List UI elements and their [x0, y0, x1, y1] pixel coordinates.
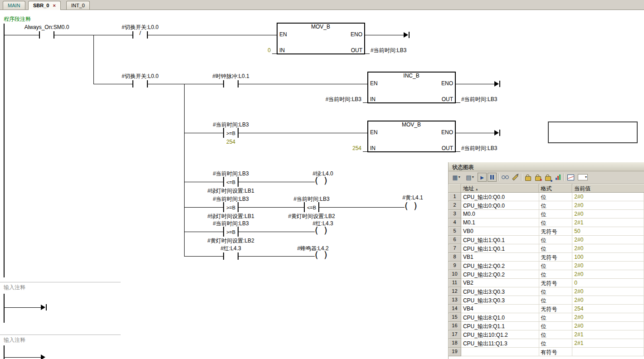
compare-operand1[interactable]: #当前时间:LB3 — [213, 196, 249, 202]
address-cell[interactable]: VB1 — [461, 253, 539, 262]
network-comment-placeholder[interactable]: 输入注释 — [4, 337, 25, 343]
coil-label[interactable]: #绿:L4.0 — [312, 171, 333, 177]
address-cell[interactable]: CPU_输出1:Q0.1 — [461, 244, 539, 253]
address-cell[interactable]: CPU_输出3:Q0.3 — [461, 287, 539, 296]
row-number[interactable]: 1 — [449, 193, 461, 201]
compare-operand2[interactable]: #黄灯时间设置:LB2 — [288, 213, 335, 219]
view-trend-button[interactable]: ▤▾ — [464, 173, 476, 182]
operand-out[interactable]: #当前时间:LB3 — [461, 97, 497, 102]
value-cell[interactable]: 2#1 — [572, 339, 644, 348]
compare-contact[interactable] — [223, 202, 224, 212]
compare-operand1[interactable]: #当前时间:LB3 — [293, 196, 329, 202]
coil-green[interactable]: ( — [315, 176, 318, 185]
row-number[interactable]: 13 — [449, 296, 461, 305]
row-number[interactable]: 19 — [449, 348, 461, 356]
row-number[interactable]: 3 — [449, 210, 461, 218]
coil-green[interactable]: ) — [324, 176, 327, 185]
row-number[interactable]: 14 — [449, 305, 461, 313]
value-cell[interactable]: 2#0 — [572, 201, 644, 210]
format-cell[interactable]: 位 — [539, 287, 573, 296]
address-cell[interactable]: CPU_输出2:Q0.2 — [461, 270, 539, 279]
address-cell[interactable]: VB0 — [461, 227, 539, 236]
row-number[interactable]: 5 — [449, 227, 461, 236]
contact-switch[interactable] — [132, 80, 133, 87]
header-address[interactable]: 地址▴ — [461, 184, 539, 193]
value-cell[interactable]: 2#0 — [572, 322, 644, 330]
value-cell[interactable]: 2#0 — [572, 296, 644, 305]
address-cell[interactable]: CPU_输出0:Q0.0 — [461, 193, 539, 201]
coil-label[interactable]: #蜂鸣器:L4.2 — [297, 246, 328, 252]
address-cell[interactable]: VB4 — [461, 305, 539, 313]
nc-contact-switch[interactable] — [132, 31, 133, 39]
trend-button[interactable] — [566, 173, 575, 182]
value-cell[interactable]: 2#0 — [572, 244, 644, 253]
address-cell[interactable]: CPU_输出2:Q0.2 — [461, 262, 539, 270]
format-cell[interactable]: 位 — [539, 296, 573, 305]
value-cell[interactable]: 254 — [572, 305, 644, 313]
value-cell[interactable] — [572, 348, 644, 356]
address-cell[interactable] — [461, 348, 539, 356]
value-cell[interactable]: 0 — [572, 279, 644, 287]
operand-label[interactable]: #切换开关:L0.0 — [122, 73, 158, 79]
operand-out[interactable]: #当前时间:LB3 — [461, 146, 497, 151]
address-cell[interactable]: M0.1 — [461, 218, 539, 227]
operand-label[interactable]: #红:L4.3 — [220, 246, 241, 252]
network-comment-placeholder[interactable]: 输入注释 — [4, 285, 25, 291]
coil-yellow[interactable]: ) — [414, 201, 417, 210]
format-combo[interactable]: ▾ — [576, 173, 590, 182]
row-number[interactable]: 17 — [449, 330, 461, 339]
row-number[interactable]: 11 — [449, 279, 461, 287]
coil-buzzer[interactable]: ( — [315, 250, 318, 259]
tab-int0[interactable]: INT_0 — [66, 1, 90, 10]
address-cell[interactable]: CPU_输出9:Q1.1 — [461, 322, 539, 330]
row-number[interactable]: 6 — [449, 236, 461, 244]
row-number[interactable]: 4 — [449, 218, 461, 227]
format-cell[interactable]: 位 — [539, 313, 573, 322]
format-cell[interactable]: 位 — [539, 330, 573, 339]
value-cell[interactable]: 2#0 — [572, 193, 644, 201]
network-comment[interactable]: 程序段注释 — [4, 16, 31, 22]
view-table-button[interactable]: ▦▾ — [450, 173, 462, 182]
row-number[interactable]: 9 — [449, 262, 461, 270]
compare-contact[interactable] — [223, 128, 224, 138]
coil-red[interactable]: ) — [324, 226, 327, 235]
format-cell[interactable]: 位 — [539, 262, 573, 270]
format-cell[interactable]: 位 — [539, 236, 573, 244]
unforce-button[interactable]: × — [533, 173, 542, 182]
value-cell[interactable]: 2#0 — [572, 313, 644, 322]
read-all-button[interactable] — [501, 173, 510, 182]
tab-sbr0[interactable]: SBR_0× — [28, 1, 61, 10]
format-cell[interactable]: 无符号 — [539, 253, 573, 262]
row-number[interactable]: 12 — [449, 287, 461, 296]
format-cell[interactable]: 位 — [539, 244, 573, 253]
row-number[interactable]: 2 — [449, 201, 461, 210]
coil-yellow[interactable]: ( — [405, 201, 408, 210]
format-cell[interactable]: 位 — [539, 339, 573, 348]
operand-label[interactable]: #切换开关:L0.0 — [122, 24, 158, 30]
address-cell[interactable]: CPU_输出11:Q1.3 — [461, 339, 539, 348]
address-cell[interactable]: M0.0 — [461, 210, 539, 218]
row-number[interactable]: 18 — [449, 339, 461, 348]
format-cell[interactable]: 有符号 — [539, 348, 573, 356]
coil-red[interactable]: ( — [315, 226, 318, 235]
format-cell[interactable]: 无符号 — [539, 279, 573, 287]
write-all-button[interactable] — [511, 173, 520, 182]
compare-contact[interactable] — [223, 177, 224, 187]
compare-operand2[interactable]: #绿灯时间设置:LB1 — [207, 213, 254, 219]
value-cell[interactable]: 2#0 — [572, 236, 644, 244]
contact-red[interactable] — [223, 252, 224, 260]
compare-operand2[interactable]: 254 — [226, 139, 235, 145]
compare-contact[interactable] — [304, 202, 305, 212]
operand-out[interactable]: #当前时间:LB3 — [371, 48, 406, 53]
value-cell[interactable]: 2#1 — [572, 330, 644, 339]
row-number[interactable]: 10 — [449, 270, 461, 279]
compare-operand1[interactable]: #当前时间:LB3 — [213, 171, 249, 177]
format-cell[interactable]: 位 — [539, 193, 573, 201]
row-number[interactable]: 15 — [449, 313, 461, 322]
compare-operand2[interactable]: #黄灯时间设置:LB2 — [207, 238, 254, 244]
start-status-button[interactable]: ▶ — [478, 173, 487, 182]
value-cell[interactable]: 2#0 — [572, 287, 644, 296]
value-cell[interactable]: 100 — [572, 253, 644, 262]
format-cell[interactable]: 无符号 — [539, 305, 573, 313]
operand-in[interactable]: #当前时间:LB3 — [326, 97, 361, 102]
